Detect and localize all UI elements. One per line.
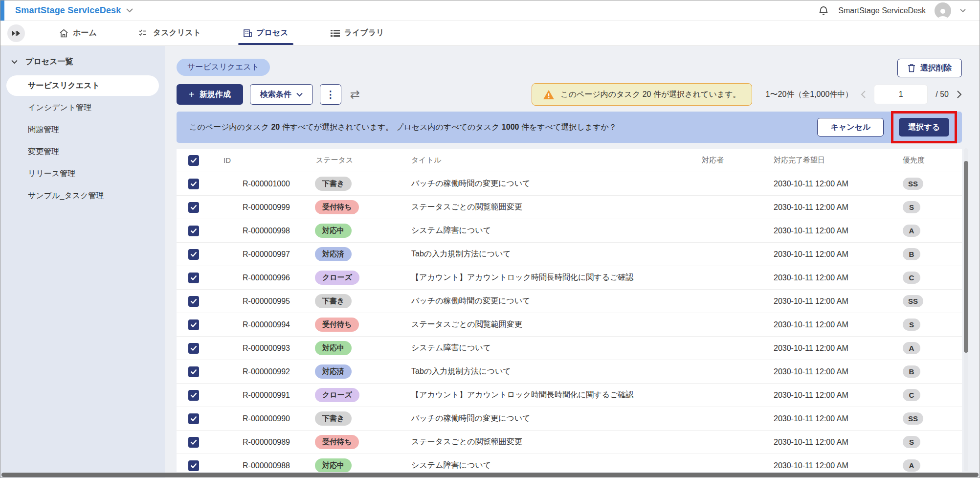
row-checkbox[interactable]	[188, 273, 199, 283]
priority-badge: B	[903, 365, 920, 378]
row-priority-cell: SS	[894, 412, 962, 425]
row-checkbox[interactable]	[188, 296, 199, 307]
app-title-chevron-down-icon[interactable]	[126, 8, 133, 13]
more-actions-button[interactable]: ⋮	[320, 84, 341, 105]
row-title: ステータスごとの閲覧範囲変更	[400, 437, 689, 447]
row-checkbox[interactable]	[188, 249, 199, 260]
vertical-scrollbar	[964, 148, 968, 471]
priority-badge: S	[903, 436, 920, 448]
annotation-highlight-box: 選択する	[891, 111, 957, 143]
row-status-cell: 対応済	[302, 247, 400, 261]
pagination-next-icon[interactable]	[957, 91, 962, 98]
row-checkbox[interactable]	[188, 202, 199, 213]
search-conditions-label: 検索条件	[260, 90, 291, 100]
table-row[interactable]: R-000000996クローズ【アカウント】アカウントロック時間長時間化に関する…	[177, 266, 962, 290]
chevron-down-icon	[11, 60, 18, 64]
status-badge: 対応中	[315, 458, 352, 472]
app-window: SmartStage ServiceDesk SmartStage Servic…	[0, 0, 980, 478]
row-checkbox[interactable]	[188, 319, 199, 330]
row-checkbox[interactable]	[188, 226, 199, 236]
table-row[interactable]: R-000000993対応中システム障害について2030-10-11 12:00…	[177, 337, 962, 360]
table-row[interactable]: R-000000991クローズ【アカウント】アカウントロック時間長時間化に関する…	[177, 384, 962, 407]
table-row[interactable]: R-000001000下書きバッチの稼働時間の変更について2030-10-11 …	[177, 172, 962, 196]
process-icon	[243, 29, 252, 38]
cancel-button[interactable]: キャンセル	[817, 118, 884, 137]
tab-library[interactable]: ライブラリ	[328, 21, 387, 45]
row-id: R-000000994	[212, 320, 302, 329]
column-header-priority: 優先度	[894, 156, 962, 165]
sidebar-item[interactable]: サンプル_タスク管理	[6, 185, 159, 206]
sidebar-item[interactable]: 変更管理	[6, 141, 159, 162]
page-number-input[interactable]	[874, 85, 928, 104]
create-new-button[interactable]: + 新規作成	[177, 84, 243, 105]
row-checkbox-cell	[177, 296, 212, 307]
sidebar-items: サービスリクエストインシデント管理問題管理変更管理リリース管理サンプル_タスク管…	[0, 75, 165, 206]
warning-triangle-icon	[543, 90, 555, 100]
notification-bell-icon[interactable]	[818, 5, 829, 17]
selection-warning-text: このページ内のタスク 20 件が選択されています。	[560, 90, 740, 100]
table-row[interactable]: R-000000992対応済Tabの入力規制方法について2030-10-11 1…	[177, 360, 962, 384]
column-header-status: ステータス	[302, 156, 400, 165]
table-row[interactable]: R-000000989受付待ちステータスごとの閲覧範囲変更2030-10-11 …	[177, 431, 962, 454]
delete-selection-button[interactable]: 選択削除	[897, 59, 962, 77]
row-checkbox-cell	[177, 249, 212, 260]
avatar-chevron-down-icon[interactable]	[960, 9, 966, 13]
pagination-prev-icon[interactable]	[861, 91, 866, 98]
pagination-range-text: 1〜20件（全1,000件中）	[766, 90, 853, 100]
row-checkbox[interactable]	[188, 179, 199, 189]
row-priority-cell: A	[894, 459, 962, 472]
select-all-checkbox[interactable]	[188, 155, 199, 166]
row-checkbox[interactable]	[188, 366, 199, 377]
main-area: サービスリクエスト 選択削除 + 新規作成 検索条件	[165, 46, 980, 478]
table-row[interactable]: R-000000988対応中システム障害について2030-10-11 12:00…	[177, 454, 962, 472]
row-title: バッチの稼働時間の変更について	[400, 179, 689, 189]
table-row[interactable]: R-000000997対応済Tabの入力規制方法について2030-10-11 1…	[177, 243, 962, 266]
sidebar-item[interactable]: リリース管理	[6, 163, 159, 184]
row-checkbox[interactable]	[188, 413, 199, 424]
sidebar-section-header[interactable]: プロセス一覧	[0, 53, 165, 74]
vertical-scrollbar-thumb[interactable]	[964, 161, 968, 353]
status-badge: 受付待ち	[315, 318, 359, 332]
row-checkbox[interactable]	[188, 460, 199, 471]
table-row[interactable]: R-000000999受付待ちステータスごとの閲覧範囲変更2030-10-11 …	[177, 196, 962, 219]
row-checkbox[interactable]	[188, 343, 199, 354]
row-priority-cell: SS	[894, 178, 962, 190]
banner-message: このページ内のタスク 20 件すべてが選択されています。 プロセス内のすべてのタ…	[189, 122, 617, 133]
tab-process[interactable]: プロセス	[240, 21, 291, 45]
tab-label: ホーム	[73, 28, 97, 38]
sidebar-item[interactable]: サービスリクエスト	[6, 75, 159, 96]
column-header-title: タイトル	[400, 156, 689, 165]
avatar[interactable]	[935, 2, 951, 19]
row-status-cell: 対応中	[302, 341, 400, 355]
row-checkbox[interactable]	[188, 437, 199, 448]
select-all-button[interactable]: 選択する	[899, 118, 949, 137]
tab-label: ライブラリ	[344, 28, 384, 38]
row-status-cell: クローズ	[302, 388, 400, 402]
pagination: 1〜20件（全1,000件中） / 50	[766, 85, 962, 104]
status-badge: 下書き	[315, 177, 352, 191]
row-title: システム障害について	[400, 343, 689, 353]
chevron-down-icon	[296, 92, 303, 97]
row-priority-cell: B	[894, 248, 962, 260]
search-conditions-button[interactable]: 検索条件	[250, 84, 313, 105]
sidebar-item[interactable]: インシデント管理	[6, 97, 159, 118]
table-row[interactable]: R-000000990下書きバッチの稼働時間の変更について2030-10-11 …	[177, 407, 962, 431]
horizontal-scrollbar-thumb[interactable]	[1, 473, 979, 477]
row-checkbox[interactable]	[188, 390, 199, 401]
row-status-cell: 下書き	[302, 177, 400, 191]
sidebar-collapse-icon[interactable]	[7, 24, 25, 42]
status-badge: 受付待ち	[315, 200, 359, 214]
row-priority-cell: A	[894, 225, 962, 237]
table-row[interactable]: R-000000995下書きバッチの稼働時間の変更について2030-10-11 …	[177, 290, 962, 313]
table-body: R-000001000下書きバッチの稼働時間の変更について2030-10-11 …	[177, 172, 962, 472]
row-priority-cell: C	[894, 272, 962, 284]
swap-arrows-icon[interactable]: ⇄	[350, 88, 360, 101]
tab-tasklist[interactable]: タスクリスト	[136, 21, 204, 45]
row-due-date: 2030-10-11 12:00 AM	[762, 227, 894, 235]
table-row[interactable]: R-000000994受付待ちステータスごとの閲覧範囲変更2030-10-11 …	[177, 313, 962, 337]
tab-label: タスクリスト	[153, 28, 201, 38]
sidebar-item[interactable]: 問題管理	[6, 119, 159, 140]
tab-home[interactable]: ホーム	[56, 21, 100, 45]
app-title[interactable]: SmartStage ServiceDesk	[15, 5, 121, 16]
table-row[interactable]: R-000000998対応中システム障害について2030-10-11 12:00…	[177, 219, 962, 243]
